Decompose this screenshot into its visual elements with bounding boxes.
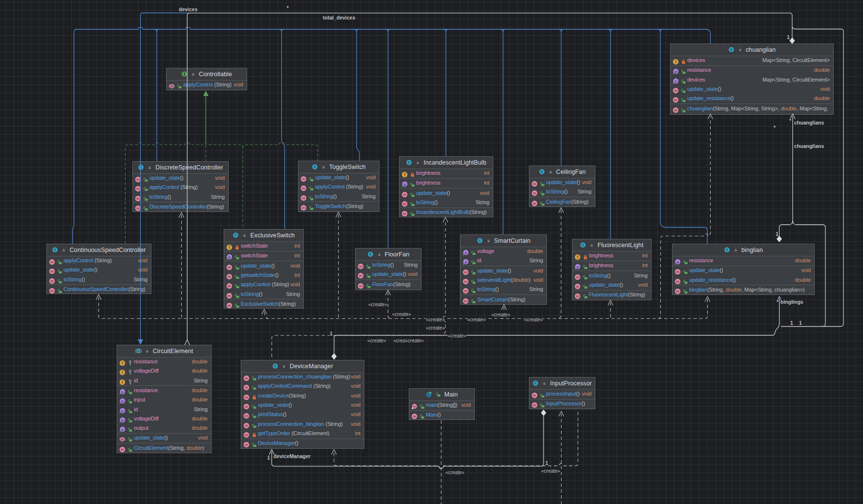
svg-text:m: m: [533, 191, 536, 196]
svg-text:m: m: [136, 187, 140, 191]
svg-text:c: c: [730, 48, 733, 52]
svg-text:m: m: [302, 196, 305, 200]
svg-text:m: m: [302, 187, 305, 191]
svg-text:p: p: [403, 182, 406, 187]
svg-text:m: m: [359, 284, 362, 288]
svg-text:m: m: [228, 265, 231, 270]
svg-text:m: m: [50, 279, 54, 283]
svg-text:m: m: [464, 299, 467, 303]
svg-text:m: m: [245, 386, 248, 390]
svg-text:m: m: [576, 294, 579, 299]
svg-text:c: c: [479, 239, 481, 243]
svg-text:m: m: [302, 177, 305, 181]
svg-text:c: c: [408, 161, 410, 165]
svg-text:m: m: [245, 376, 248, 380]
svg-text:m: m: [170, 84, 173, 88]
svg-text:m: m: [533, 393, 536, 398]
svg-text:f: f: [122, 361, 123, 366]
svg-text:m: m: [464, 279, 467, 284]
svg-text:f: f: [404, 173, 405, 177]
svg-text:m: m: [576, 284, 579, 289]
svg-text:m: m: [50, 289, 54, 293]
svg-text:c: c: [137, 349, 139, 353]
svg-text:m: m: [533, 182, 536, 186]
svg-text:m: m: [121, 437, 124, 441]
svg-text:m: m: [676, 270, 679, 274]
svg-text:p: p: [121, 427, 124, 432]
svg-text:f: f: [122, 371, 123, 375]
svg-text:p: p: [121, 408, 124, 413]
svg-text:m: m: [245, 414, 248, 419]
svg-text:p: p: [464, 251, 467, 255]
svg-text:m: m: [464, 270, 467, 274]
svg-text:m: m: [359, 264, 362, 269]
svg-text:f: f: [675, 60, 676, 64]
svg-text:m: m: [228, 303, 231, 308]
svg-text:m: m: [533, 201, 536, 206]
svg-text:c: c: [140, 166, 142, 170]
svg-text:p: p: [674, 69, 677, 74]
svg-text:p: p: [121, 418, 124, 422]
svg-text:m: m: [50, 270, 54, 274]
svg-text:m: m: [245, 404, 248, 409]
svg-text:f: f: [229, 246, 230, 250]
svg-text:c: c: [726, 248, 728, 252]
svg-text:c: c: [534, 381, 537, 386]
svg-text:p: p: [228, 255, 231, 259]
svg-text:c: c: [582, 243, 585, 248]
svg-text:m: m: [245, 442, 248, 447]
svg-text:m: m: [245, 433, 248, 437]
svg-text:m: m: [674, 108, 677, 112]
svg-text:m: m: [403, 212, 406, 216]
svg-text:m: m: [245, 395, 248, 399]
svg-text:m: m: [136, 206, 140, 210]
svg-text:m: m: [121, 447, 124, 452]
svg-text:c: c: [54, 248, 57, 252]
svg-text:c: c: [274, 364, 276, 369]
svg-text:p: p: [676, 260, 679, 264]
svg-text:m: m: [676, 279, 679, 284]
svg-text:m: m: [403, 202, 406, 206]
svg-text:p: p: [121, 390, 124, 394]
svg-text:m: m: [228, 284, 231, 289]
svg-text:m: m: [136, 196, 140, 201]
svg-text:m: m: [413, 415, 416, 419]
svg-text:m: m: [464, 289, 467, 294]
svg-text:m: m: [674, 88, 677, 93]
svg-text:m: m: [302, 206, 305, 210]
svg-text:p: p: [121, 399, 124, 403]
svg-text:c: c: [314, 165, 316, 169]
svg-text:m: m: [245, 423, 248, 428]
svg-text:c: c: [235, 233, 237, 238]
svg-text:m: m: [228, 294, 231, 298]
svg-text:p: p: [576, 265, 579, 269]
svg-text:m: m: [50, 260, 54, 264]
svg-text:c: c: [541, 170, 543, 174]
svg-text:f: f: [577, 255, 578, 260]
svg-text:m: m: [676, 289, 679, 294]
svg-text:m: m: [359, 274, 362, 278]
svg-text:m: m: [136, 177, 140, 182]
svg-text:p: p: [674, 79, 677, 84]
svg-text:m: m: [228, 274, 231, 279]
svg-text:m: m: [533, 403, 536, 408]
svg-text:m: m: [576, 275, 579, 279]
svg-text:m: m: [403, 192, 406, 197]
svg-text:c: c: [369, 252, 372, 257]
svg-text:f: f: [122, 380, 123, 384]
svg-text:p: p: [464, 260, 467, 264]
svg-text:m: m: [413, 404, 417, 409]
svg-text:m: m: [674, 98, 677, 103]
